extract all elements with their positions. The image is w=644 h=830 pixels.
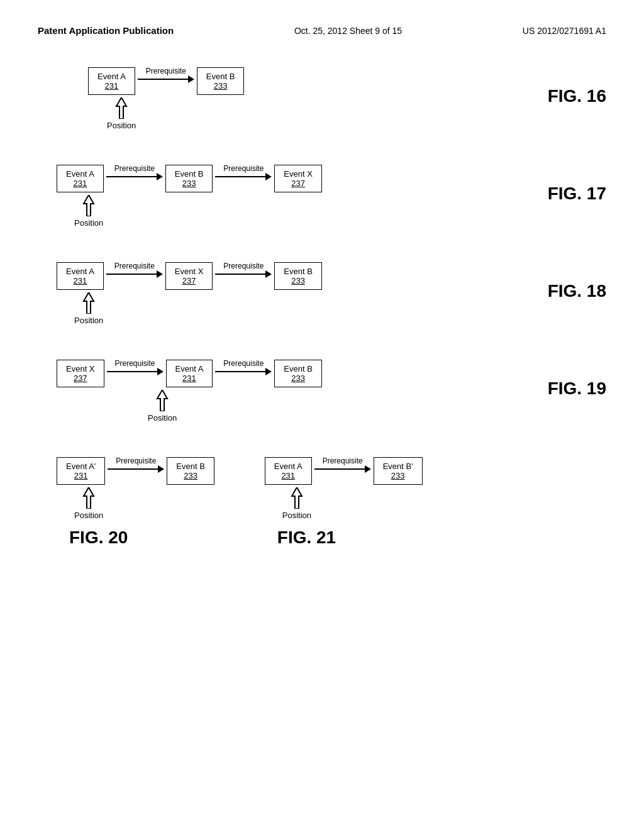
fig17-label-area: FIG. 17 bbox=[541, 165, 606, 204]
fig19-event-a-name: Event A bbox=[175, 364, 204, 374]
figure-19-section: Event X 237 Prerequisite Event A bbox=[38, 360, 606, 423]
fig18-row: Event A 231 Prerequisite Event X bbox=[38, 262, 606, 325]
fig16-prereq-label: Prerequisite bbox=[146, 67, 186, 75]
fig19-event-x-name: Event X bbox=[66, 364, 95, 374]
fig17-up-arrow bbox=[80, 195, 97, 216]
fig20-event-b-num: 233 bbox=[176, 471, 205, 480]
fig20-event-b-box: Event B 233 bbox=[167, 457, 214, 485]
fig18-up-arrow bbox=[80, 292, 97, 314]
fig17-event-x-box: Event X 237 bbox=[274, 165, 322, 192]
fig18-event-x-num: 237 bbox=[175, 276, 204, 285]
fig21-event-a-num: 231 bbox=[274, 471, 303, 480]
fig21-event-bprime-num: 233 bbox=[383, 471, 413, 480]
fig21-up-arrow bbox=[288, 487, 306, 509]
fig19-event-b-name: Event B bbox=[284, 364, 313, 374]
fig20-prereq-label: Prerequisite bbox=[116, 456, 156, 465]
fig17-row: Event A 231 Prerequisite Event B bbox=[38, 165, 606, 228]
svg-marker-5 bbox=[292, 487, 302, 509]
fig19-row: Event X 237 Prerequisite Event A bbox=[38, 360, 606, 423]
fig19-event-b-num: 233 bbox=[284, 374, 313, 383]
svg-marker-4 bbox=[84, 487, 94, 509]
fig20-label: FIG. 20 bbox=[69, 528, 128, 547]
fig21-event-a-box: Event A 231 bbox=[265, 457, 312, 485]
fig16-event-a-box: Event A 231 bbox=[88, 67, 135, 95]
fig17-position-label: Position bbox=[74, 218, 103, 228]
fig16-event-b-num: 233 bbox=[206, 81, 235, 91]
fig19-event-x-num: 237 bbox=[66, 374, 95, 383]
fig21-event-bprime-name: Event B' bbox=[383, 462, 413, 471]
fig18-event-a-num: 231 bbox=[66, 276, 94, 285]
figure-16-section: Event A 231 Prerequisite bbox=[38, 67, 606, 130]
fig17-diagram-area: Event A 231 Prerequisite Event B bbox=[38, 165, 541, 228]
header-left: Patent Application Publication bbox=[38, 25, 174, 36]
svg-marker-0 bbox=[116, 97, 126, 119]
fig16-event-b-box: Event B 233 bbox=[197, 67, 245, 95]
fig18-event-b-num: 233 bbox=[284, 276, 313, 285]
page-header: Patent Application Publication Oct. 25, … bbox=[38, 25, 606, 42]
fig18-event-a-box: Event A 231 bbox=[57, 262, 104, 290]
fig17-event-a-box: Event A 231 bbox=[57, 165, 104, 192]
fig16-event-a-name: Event A bbox=[97, 72, 126, 81]
svg-marker-2 bbox=[84, 292, 94, 314]
fig21-label: FIG. 21 bbox=[277, 528, 336, 547]
fig20-event-aprime-name: Event A' bbox=[66, 462, 96, 471]
fig21-position-label: Position bbox=[282, 511, 311, 520]
fig18-prereq1-label: Prerequisite bbox=[114, 262, 155, 270]
fig16-diagram-area: Event A 231 Prerequisite bbox=[38, 67, 548, 130]
fig16-position-label: Position bbox=[107, 121, 136, 130]
fig17-prereq2-label: Prerequisite bbox=[223, 164, 264, 173]
fig18-diagram-area: Event A 231 Prerequisite Event X bbox=[38, 262, 541, 325]
fig18-label-area: FIG. 18 bbox=[541, 262, 606, 301]
header-right: US 2012/0271691 A1 bbox=[523, 26, 606, 36]
fig20-event-b-name: Event B bbox=[176, 462, 205, 471]
fig17-event-b-box: Event B 233 bbox=[165, 165, 213, 192]
fig17-prereq1-label: Prerequisite bbox=[114, 164, 155, 173]
fig18-event-x-box: Event X 237 bbox=[165, 262, 213, 290]
fig18-prereq2-label: Prerequisite bbox=[223, 262, 264, 270]
fig2021-row: Event A' 231 Prerequisite Event B bbox=[38, 457, 606, 548]
fig19-event-a-num: 231 bbox=[175, 374, 204, 383]
fig19-diagram-area: Event X 237 Prerequisite Event A bbox=[38, 360, 541, 423]
fig16-row: Event A 231 Prerequisite bbox=[38, 67, 606, 130]
header-center: Oct. 25, 2012 Sheet 9 of 15 bbox=[294, 26, 402, 36]
fig19-prereq2-label: Prerequisite bbox=[223, 359, 264, 368]
fig19-prereq1-label: Prerequisite bbox=[115, 359, 155, 368]
fig17-event-a-num: 231 bbox=[66, 179, 94, 188]
fig19-label: FIG. 19 bbox=[548, 379, 606, 399]
fig19-event-a-box: Event A 231 bbox=[166, 360, 213, 387]
fig17-event-x-num: 237 bbox=[284, 179, 313, 188]
fig18-event-b-name: Event B bbox=[284, 267, 313, 276]
fig21-prereq-label: Prerequisite bbox=[323, 456, 363, 465]
fig19-event-b-box: Event B 233 bbox=[274, 360, 322, 387]
fig16-event-a-num: 231 bbox=[97, 81, 126, 91]
fig17-label: FIG. 17 bbox=[548, 184, 606, 204]
fig18-position-label: Position bbox=[74, 316, 103, 325]
fig18-label: FIG. 18 bbox=[548, 281, 606, 301]
fig17-event-a-name: Event A bbox=[66, 169, 94, 179]
fig18-event-x-name: Event X bbox=[175, 267, 204, 276]
fig17-event-b-num: 233 bbox=[175, 179, 204, 188]
fig20-block: Event A' 231 Prerequisite Event B bbox=[57, 457, 214, 548]
fig21-block: Event A 231 Prerequisite Event B' bbox=[265, 457, 423, 548]
fig20-event-aprime-num: 231 bbox=[66, 471, 96, 480]
figure-2021-section: Event A' 231 Prerequisite Event B bbox=[38, 457, 606, 548]
fig18-event-b-box: Event B 233 bbox=[274, 262, 322, 290]
fig16-up-arrow bbox=[113, 97, 130, 119]
figure-18-section: Event A 231 Prerequisite Event X bbox=[38, 262, 606, 325]
svg-marker-3 bbox=[157, 390, 167, 411]
fig16-label: FIG. 16 bbox=[548, 86, 606, 106]
fig21-event-a-name: Event A bbox=[274, 462, 303, 471]
fig21-event-bprime-box: Event B' 233 bbox=[374, 457, 423, 485]
fig17-event-b-name: Event B bbox=[175, 169, 204, 179]
fig16-event-b-name: Event B bbox=[206, 72, 235, 81]
fig17-event-x-name: Event X bbox=[284, 169, 313, 179]
fig20-up-arrow bbox=[80, 487, 97, 509]
fig19-up-arrow bbox=[153, 390, 171, 411]
fig19-event-x-box: Event X 237 bbox=[57, 360, 104, 387]
svg-marker-1 bbox=[84, 195, 94, 216]
figure-17-section: Event A 231 Prerequisite Event B bbox=[38, 165, 606, 228]
patent-page: Patent Application Publication Oct. 25, … bbox=[0, 0, 644, 830]
fig20-position-label: Position bbox=[74, 511, 103, 520]
fig20-event-aprime-box: Event A' 231 bbox=[57, 457, 105, 485]
fig19-label-area: FIG. 19 bbox=[541, 360, 606, 399]
